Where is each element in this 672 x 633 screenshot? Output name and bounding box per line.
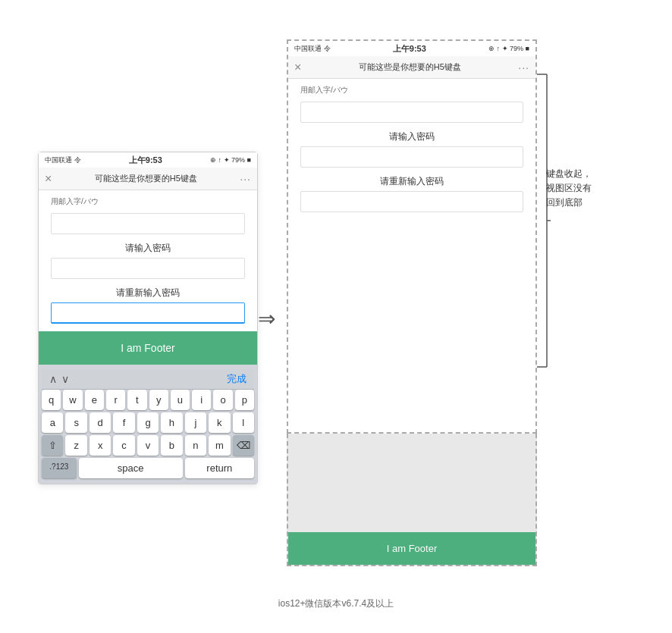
keyboard-row-4: .?123 space return xyxy=(42,458,254,478)
key-w[interactable]: w xyxy=(63,390,82,410)
left-close-btn[interactable]: × xyxy=(45,173,52,185)
right-input-2[interactable] xyxy=(300,146,523,168)
key-q[interactable]: q xyxy=(42,390,61,410)
right-footer: I am Footer xyxy=(288,532,535,565)
keyboard-row-1: q w e r t y u i o p xyxy=(42,390,254,410)
key-l[interactable]: l xyxy=(233,412,254,433)
key-g[interactable]: g xyxy=(137,412,159,433)
left-signal: 中国联通 令 xyxy=(45,155,81,165)
keyboard-arrows[interactable]: ∧ ∨ xyxy=(49,373,69,385)
arrow-up-icon[interactable]: ∧ xyxy=(49,373,57,385)
right-page-title: 可能这些是你想要的H5键盘 xyxy=(306,61,513,73)
annotation-bracket xyxy=(535,73,551,368)
key-d[interactable]: d xyxy=(89,412,111,433)
key-n[interactable]: n xyxy=(185,435,206,456)
keyboard-toolbar: ∧ ∨ 完成 xyxy=(42,369,254,390)
key-k[interactable]: k xyxy=(209,412,230,433)
key-t[interactable]: t xyxy=(127,390,146,410)
key-h[interactable]: h xyxy=(161,412,182,433)
right-breadcrumb: 用邮入字/バウ xyxy=(300,85,523,96)
key-a[interactable]: a xyxy=(42,412,63,433)
keyboard-row-3: ⇧ z x c v b n m ⌫ xyxy=(42,435,254,456)
left-icons: ⊕ ↑ ✦ 79% ■ xyxy=(210,156,251,164)
right-status-bar: 中国联通 令 上午9:53 ⊕ ↑ ✦ 79% ■ xyxy=(288,41,535,56)
left-footer: I am Footer xyxy=(39,331,257,365)
key-return[interactable]: return xyxy=(185,458,254,478)
key-backspace[interactable]: ⌫ xyxy=(233,435,254,456)
key-x[interactable]: x xyxy=(89,435,111,456)
right-browser-bar: × 可能这些是你想要的H5键盘 ··· xyxy=(288,56,535,79)
key-shift[interactable]: ⇧ xyxy=(42,435,63,456)
left-menu-dots[interactable]: ··· xyxy=(240,173,251,185)
right-field2-label: 请重新输入密码 xyxy=(300,175,523,188)
key-b[interactable]: b xyxy=(161,435,182,456)
left-status-bar: 中国联通 令 上午9:53 ⊕ ↑ ✦ 79% ■ xyxy=(39,152,257,168)
key-c[interactable]: c xyxy=(113,435,134,456)
transition-arrow: ⇒ xyxy=(258,306,275,331)
left-input-3[interactable] xyxy=(51,302,245,324)
key-numbers[interactable]: .?123 xyxy=(42,458,77,478)
left-field1-label: 请输入密码 xyxy=(51,242,245,255)
key-space[interactable]: space xyxy=(79,458,183,478)
right-phone-wrapper: 中国联通 令 上午9:53 ⊕ ↑ ✦ 79% ■ × 可能这些是你想要的H5键… xyxy=(287,39,537,434)
key-f[interactable]: f xyxy=(113,412,134,433)
right-icons: ⊕ ↑ ✦ 79% ■ xyxy=(488,45,529,52)
key-i[interactable]: i xyxy=(192,390,211,410)
left-time: 上午9:53 xyxy=(129,155,162,166)
left-page-title: 可能这些是你想要的H5键盘 xyxy=(56,173,235,184)
left-input-1[interactable] xyxy=(51,213,245,234)
left-field2-label: 请重新输入密码 xyxy=(51,287,245,299)
key-r[interactable]: r xyxy=(106,390,125,410)
right-signal: 中国联通 令 xyxy=(294,44,331,54)
left-page-content: 用邮入字/バウ 请输入密码 请重新输入密码 xyxy=(39,190,257,331)
key-p[interactable]: p xyxy=(235,390,254,410)
key-z[interactable]: z xyxy=(65,435,86,456)
key-u[interactable]: u xyxy=(171,390,190,410)
left-phone: 中国联通 令 上午9:53 ⊕ ↑ ✦ 79% ■ × 可能这些是你想要的H5键… xyxy=(38,152,258,484)
key-o[interactable]: o xyxy=(213,390,232,410)
right-menu-dots[interactable]: ··· xyxy=(518,61,529,74)
key-s[interactable]: s xyxy=(65,412,86,433)
key-y[interactable]: y xyxy=(149,390,168,410)
right-field1-label: 请输入密码 xyxy=(300,130,523,143)
key-e[interactable]: e xyxy=(85,390,104,410)
left-browser-bar: × 可能这些是你想要的H5键盘 ··· xyxy=(39,168,257,190)
right-page-content: 用邮入字/バウ 请输入密码 请重新输入密码 xyxy=(288,79,535,220)
key-m[interactable]: m xyxy=(209,435,230,456)
annotation-text: 键盘收起， 视图区没有 回到底部 xyxy=(546,167,637,211)
keyboard-done-btn[interactable]: 完成 xyxy=(227,372,247,386)
key-j[interactable]: j xyxy=(185,412,206,433)
right-time: 上午9:53 xyxy=(393,43,426,55)
left-breadcrumb: 用邮入字/バウ xyxy=(51,196,245,207)
key-v[interactable]: v xyxy=(137,435,159,456)
keyboard-row-2: a s d f g h j k l xyxy=(42,412,254,433)
left-keyboard: ∧ ∨ 完成 q w e r t y u i o p a s d f g h j xyxy=(39,365,257,484)
right-input-3[interactable] xyxy=(300,191,523,212)
right-close-btn[interactable]: × xyxy=(294,61,301,74)
right-input-1[interactable] xyxy=(300,102,523,123)
arrow-down-icon[interactable]: ∨ xyxy=(61,373,69,385)
bottom-note: ios12+微信版本v6.7.4及以上 xyxy=(0,597,672,610)
right-phone-gray-area: I am Footer xyxy=(287,434,537,566)
right-phone: 中国联通 令 上午9:53 ⊕ ↑ ✦ 79% ■ × 可能这些是你想要的H5键… xyxy=(288,41,535,220)
left-input-2[interactable] xyxy=(51,258,245,279)
